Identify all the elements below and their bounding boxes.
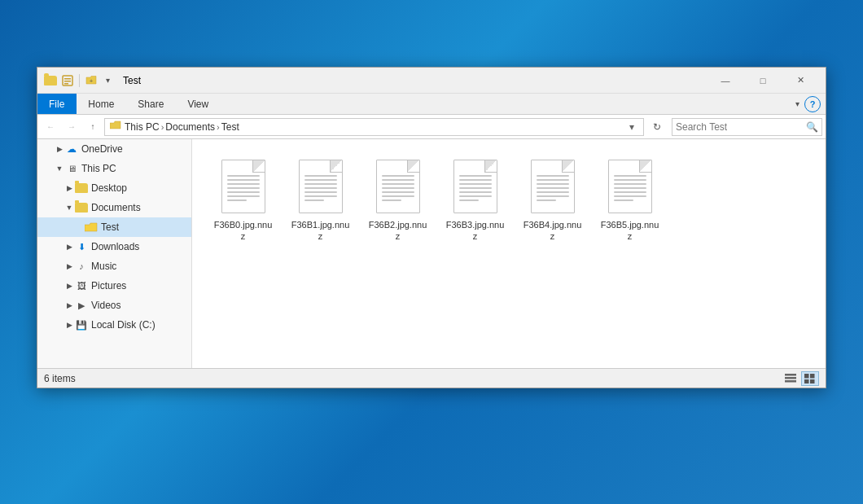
sidebar-item-music[interactable]: ▶ ♪ Music — [37, 256, 191, 276]
sidebar-label-thispc: This PC — [81, 163, 191, 174]
expand-icon: ▶ — [64, 241, 75, 252]
svg-rect-7 — [785, 380, 796, 383]
sidebar-item-localdisk[interactable]: ▶ 💾 Local Disk (C:) — [37, 315, 191, 335]
window-title: Test — [120, 75, 707, 86]
sidebar-label-music: Music — [91, 261, 191, 272]
sidebar-label-downloads: Downloads — [91, 241, 191, 252]
back-button[interactable]: ← — [41, 118, 60, 136]
sidebar-label-pictures: Pictures — [91, 280, 191, 291]
sidebar-label-onedrive: OneDrive — [81, 143, 191, 155]
svg-rect-10 — [804, 379, 809, 383]
up-button[interactable]: ↑ — [83, 118, 103, 136]
file-name-0: F36B0.jpg.nnuz — [212, 219, 274, 243]
sidebar-item-pictures[interactable]: ▶ 🖼 Pictures — [37, 276, 191, 296]
file-item[interactable]: F36B0.jpg.nnuz — [208, 152, 278, 248]
expand-icon: ▼ — [64, 202, 75, 213]
svg-rect-5 — [785, 374, 796, 376]
view-buttons — [782, 371, 819, 386]
path-dropdown-btn[interactable]: ▾ — [625, 118, 638, 136]
sidebar-item-documents[interactable]: ▼ Documents — [37, 198, 191, 217]
expand-icon: ▶ — [64, 261, 75, 272]
sidebar-item-thispc[interactable]: ▼ 🖥 This PC — [37, 159, 191, 178]
item-count: 6 items — [44, 373, 782, 384]
sidebar-item-videos[interactable]: ▶ ▶ Videos — [37, 296, 191, 315]
thispc-icon: 🖥 — [65, 162, 78, 175]
title-folder-icon — [44, 74, 57, 87]
help-button[interactable]: ? — [804, 96, 821, 112]
file-icon-1 — [295, 157, 347, 216]
file-item[interactable]: F36B4.jpg.nnuz — [518, 152, 587, 248]
main-area: ▶ ☁ OneDrive ▼ 🖥 This PC ▶ Des — [37, 139, 826, 368]
ribbon-tabs: File Home Share View ▾ ? — [37, 94, 826, 115]
minimize-button[interactable]: — — [707, 68, 744, 94]
tab-share[interactable]: Share — [126, 94, 176, 114]
refresh-button[interactable]: ↻ — [647, 118, 667, 136]
expand-icon: ▶ — [64, 300, 75, 311]
file-area: F36B0.jpg.nnuz — [192, 139, 826, 368]
file-icon-4 — [527, 157, 579, 216]
svg-rect-3 — [64, 83, 68, 85]
qa-newFolder-btn[interactable]: + — [84, 73, 99, 88]
maximize-button[interactable]: □ — [744, 68, 782, 94]
sidebar-label-localdisk: Local Disk (C:) — [91, 319, 191, 331]
qa-properties-btn[interactable] — [60, 73, 75, 88]
expand-icon: ▶ — [64, 319, 75, 331]
title-bar: + ▾ Test — □ ✕ — [37, 68, 826, 94]
ribbon-right: ▾ ? — [790, 94, 826, 114]
address-path[interactable]: This PC › Documents › Test ▾ — [104, 118, 644, 136]
sidebar-item-onedrive[interactable]: ▶ ☁ OneDrive — [37, 139, 191, 159]
file-name-4: F36B4.jpg.nnuz — [521, 219, 584, 243]
sidebar-item-desktop[interactable]: ▶ Desktop — [37, 178, 191, 198]
forward-button[interactable]: → — [62, 118, 81, 136]
svg-rect-11 — [810, 379, 815, 383]
close-button[interactable]: ✕ — [782, 68, 819, 94]
file-name-5: F36B5.jpg.nnuz — [598, 219, 661, 243]
address-icon — [110, 121, 121, 133]
pictures-icon: 🖼 — [75, 279, 88, 292]
file-item[interactable]: F36B3.jpg.nnuz — [440, 152, 510, 248]
sidebar-item-test[interactable]: Test — [37, 217, 191, 237]
sidebar: ▶ ☁ OneDrive ▼ 🖥 This PC ▶ Des — [37, 139, 192, 368]
svg-rect-8 — [804, 374, 809, 379]
expand-icon: ▶ — [64, 182, 75, 194]
tab-file[interactable]: File — [37, 94, 77, 114]
svg-rect-6 — [785, 377, 796, 379]
file-icon-0 — [217, 157, 269, 216]
videos-icon: ▶ — [75, 299, 88, 312]
file-icon-2 — [372, 157, 424, 216]
documents-icon — [75, 201, 88, 214]
sidebar-label-videos: Videos — [91, 300, 191, 311]
expand-icon: ▶ — [54, 143, 65, 155]
path-thispc[interactable]: This PC — [125, 121, 160, 133]
svg-rect-1 — [64, 78, 71, 80]
ribbon-collapse-btn[interactable]: ▾ — [790, 97, 804, 112]
view-icons-btn[interactable] — [801, 371, 819, 386]
file-name-3: F36B3.jpg.nnuz — [444, 219, 506, 243]
search-icon[interactable]: 🔍 — [806, 121, 818, 133]
downloads-icon: ⬇ — [75, 240, 88, 253]
window-controls: — □ ✕ — [707, 68, 819, 94]
search-input[interactable] — [676, 121, 806, 133]
file-item[interactable]: F36B5.jpg.nnuz — [595, 152, 664, 248]
music-icon: ♪ — [75, 260, 88, 273]
search-box: 🔍 — [672, 118, 822, 136]
svg-text:+: + — [90, 78, 93, 84]
file-icon-3 — [449, 157, 502, 216]
file-name-2: F36B2.jpg.nnuz — [366, 219, 429, 243]
view-details-btn[interactable] — [782, 371, 799, 386]
onedrive-icon: ☁ — [65, 142, 78, 156]
svg-rect-9 — [810, 374, 815, 379]
sidebar-item-downloads[interactable]: ▶ ⬇ Downloads — [37, 237, 191, 256]
test-folder-icon — [85, 221, 98, 234]
file-icon-5 — [604, 157, 656, 216]
expand-icon: ▶ — [64, 280, 75, 291]
path-test[interactable]: Test — [221, 121, 239, 133]
tab-home[interactable]: Home — [77, 94, 126, 114]
path-documents[interactable]: Documents — [165, 121, 215, 133]
expand-icon — [73, 221, 85, 233]
sidebar-label-desktop: Desktop — [91, 182, 191, 194]
file-item[interactable]: F36B2.jpg.nnuz — [363, 152, 432, 248]
file-item[interactable]: F36B1.jpg.nnuz — [286, 152, 355, 248]
tab-view[interactable]: View — [176, 94, 221, 114]
qa-dropdown-btn[interactable]: ▾ — [100, 73, 115, 88]
